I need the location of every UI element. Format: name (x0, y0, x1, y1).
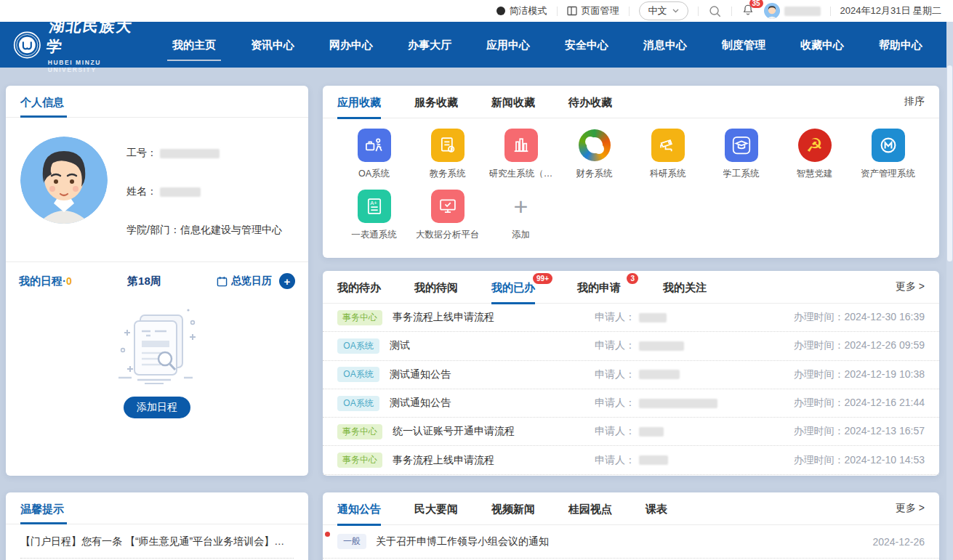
app-research-system[interactable]: 科研系统 (631, 129, 704, 180)
task-source-tag: 事务中心 (337, 310, 382, 325)
sort-button[interactable]: 排序 (904, 95, 925, 108)
task-row[interactable]: OA系统 测试通知公告 申请人： 办理时间：2024-12-19 10:38 (323, 361, 939, 389)
notices-tabs: 通知公告 民大要闻 视频新闻 桂园视点 课表 更多 > (323, 492, 939, 525)
tab-notices[interactable]: 通知公告 (337, 492, 381, 525)
tab-news-favorites[interactable]: 新闻收藏 (491, 86, 535, 118)
student-affairs-icon (725, 129, 758, 162)
tab-my-applications[interactable]: 我的申请 3 (577, 271, 621, 304)
app-oa-system[interactable]: OA系统 (337, 129, 411, 180)
task-row[interactable]: 事务中心 统一认证账号开通申请流程 申请人： 办理时间：2024-12-13 1… (323, 418, 939, 446)
app-finance-system[interactable]: 财务系统 (558, 129, 631, 180)
department-label: 学院/部门： (126, 224, 180, 235)
notice-date: 2024-12-26 (872, 536, 925, 548)
nav-item-my-home[interactable]: 我的主页 (172, 22, 216, 68)
nav-item-favorites-center[interactable]: 收藏中心 (800, 22, 844, 68)
task-source-tag: OA系统 (337, 367, 379, 382)
nav-item-help-center[interactable]: 帮助中心 (879, 22, 922, 68)
department-value: 信息化建设与管理中心 (180, 224, 282, 235)
avatar (764, 3, 780, 19)
simple-mode-toggle[interactable]: 简洁模式 (496, 4, 547, 17)
tasks-more-link[interactable]: 更多 > (896, 280, 925, 293)
nav-item-news-center[interactable]: 资讯中心 (251, 22, 294, 68)
nav-item-app-center[interactable]: 应用中心 (486, 22, 530, 68)
asset-management-icon (872, 129, 905, 162)
research-system-icon (651, 129, 685, 162)
applicant-redacted (639, 370, 680, 379)
task-applicant: 申请人： (595, 425, 749, 438)
tasks-card: 我的待办 我的待阅 我的已办 99+ 我的申请 3 我的关注 更多 > 事务中心… (323, 271, 939, 476)
tab-app-favorites[interactable]: 应用收藏 (337, 86, 381, 118)
notices-more-link[interactable]: 更多 > (896, 502, 925, 515)
tab-video-news[interactable]: 视频新闻 (491, 492, 535, 525)
task-source-tag: 事务中心 (337, 424, 382, 439)
app-label: 一表通系统 (351, 229, 397, 241)
app-add-button[interactable]: + 添加 (484, 190, 558, 241)
tab-timetable[interactable]: 课表 (646, 492, 667, 525)
calendar-overview-link[interactable]: 总览日历 (217, 275, 272, 288)
tab-university-news[interactable]: 民大要闻 (414, 492, 458, 525)
nav-item-security-center[interactable]: 安全中心 (565, 22, 608, 68)
app-label: OA系统 (358, 168, 390, 180)
done-count-badge: 99+ (533, 273, 552, 284)
notice-row[interactable]: 一般 关于召开申博工作领导小组会议的通知 2024-12-26 (323, 525, 939, 559)
task-title: 事务流程上线申请流程 (393, 454, 595, 467)
add-schedule-button[interactable]: 添加日程 (124, 397, 190, 418)
schedule-title: 我的日程 (19, 275, 63, 287)
task-row[interactable]: OA系统 测试通知公告 申请人： 办理时间：2024-12-16 21:44 (323, 389, 939, 418)
graduate-system-icon (504, 129, 538, 162)
search-icon[interactable] (708, 4, 722, 18)
task-applicant: 申请人： (595, 311, 749, 324)
applicant-redacted (639, 399, 717, 408)
tab-todo-favorites[interactable]: 待办收藏 (568, 86, 612, 118)
app-label: 财务系统 (576, 168, 613, 180)
app-party-building[interactable]: ☭ 智慧党建 (778, 129, 851, 180)
tips-card: 温馨提示 【门户日程】您有一条 【“师生意见通”平台业务培训会】日… (6, 492, 308, 560)
divider (731, 7, 732, 16)
party-building-icon: ☭ (798, 129, 832, 162)
notifications-button[interactable]: 35 (741, 4, 755, 19)
task-row[interactable]: 事务中心 事务流程上线申请流程 申请人： 办理时间：2024-12-10 14:… (323, 446, 939, 474)
tips-item[interactable]: 【门户日程】您有一条 【“师生意见通”平台业务培训会】日… (20, 524, 294, 559)
app-asset-management[interactable]: 资产管理系统 (851, 129, 925, 180)
app-academic-affairs[interactable]: 教务系统 (411, 129, 484, 180)
task-applicant: 申请人： (595, 454, 749, 467)
nav-item-service-hall[interactable]: 办事大厅 (408, 22, 451, 68)
add-schedule-plus-button[interactable]: + (279, 273, 295, 289)
nav-item-policy-management[interactable]: 制度管理 (722, 22, 765, 68)
app-one-form-system[interactable]: A+ 一表通系统 (337, 190, 411, 241)
favorites-card: 应用收藏 服务收藏 新闻收藏 待办收藏 排序 OA (323, 86, 939, 258)
scrollbar-thumb[interactable] (947, 65, 952, 261)
task-applicant: 申请人： (595, 368, 749, 381)
tab-campus-view[interactable]: 桂园视点 (568, 492, 612, 525)
employee-id-row: 工号： (126, 147, 282, 160)
schedule-count: 0 (66, 275, 72, 287)
tab-my-todo[interactable]: 我的待办 (337, 271, 381, 304)
app-graduate-system[interactable]: 研究生系统（… (484, 129, 558, 180)
nav-item-message-center[interactable]: 消息中心 (643, 22, 687, 68)
language-selector[interactable]: 中文 (639, 1, 688, 20)
app-student-affairs[interactable]: 学工系统 (704, 129, 778, 180)
task-title: 测试通知公告 (390, 368, 595, 381)
tab-my-to-read[interactable]: 我的待阅 (414, 271, 458, 304)
profile-body: 工号： 姓名： 学院/部门：信息化建设与管理中心 (6, 118, 308, 253)
task-time: 办理时间：2024-12-16 21:44 (749, 397, 925, 410)
tab-my-done[interactable]: 我的已办 99+ (491, 271, 535, 304)
task-row[interactable]: 事务中心 事务流程上线申请流程 申请人： 办理时间：2024-12-30 16:… (323, 304, 939, 332)
employee-id-label: 工号： (126, 147, 157, 158)
language-label: 中文 (648, 4, 667, 17)
tab-my-follows[interactable]: 我的关注 (663, 271, 707, 304)
tab-service-favorites[interactable]: 服务收藏 (414, 86, 458, 118)
task-source-tag: OA系统 (337, 396, 379, 411)
app-big-data-platform[interactable]: 大数据分析平台 (411, 190, 484, 241)
app-label: 大数据分析平台 (416, 229, 480, 241)
app-label: 智慧党建 (797, 168, 833, 180)
profile-fields: 工号： 姓名： 学院/部门：信息化建设与管理中心 (126, 137, 282, 237)
page-scrollbar[interactable] (946, 22, 953, 560)
university-logo[interactable]: 湖北民族大学 HUBEI MINZU UNIVERSITY (13, 16, 136, 73)
nav-item-online-center[interactable]: 网办中心 (329, 22, 373, 68)
page-manage-button[interactable]: 页面管理 (567, 4, 619, 17)
calendar-overview-label: 总览日历 (231, 275, 272, 288)
task-row[interactable]: OA系统 测试 申请人： 办理时间：2024-12-26 09:59 (323, 332, 939, 360)
user-menu[interactable] (764, 3, 821, 19)
name-redacted (160, 187, 201, 197)
